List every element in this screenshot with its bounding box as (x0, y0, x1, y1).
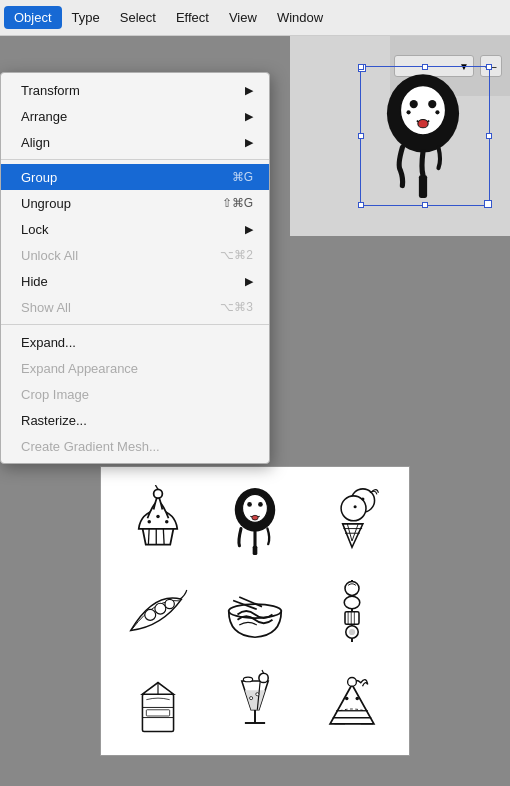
svg-rect-1 (419, 175, 427, 198)
menu-item-show-all-shortcut: ⌥⌘3 (220, 300, 253, 314)
handle-tm[interactable] (422, 64, 428, 70)
menu-item-arrange[interactable]: Arrange ▶ (1, 103, 269, 129)
food-cell-cake-slice (306, 658, 399, 745)
menu-item-expand-appearance-label: Expand Appearance (21, 361, 253, 376)
menu-item-group[interactable]: Group ⌘G (1, 164, 269, 190)
svg-point-62 (356, 696, 360, 700)
food-cell-skewer (306, 568, 399, 655)
menu-item-lock-label: Lock (21, 222, 237, 237)
menu-item-transform-label: Transform (21, 83, 237, 98)
icecream-face-icon (220, 485, 290, 555)
svg-point-7 (435, 110, 439, 114)
svg-point-61 (345, 696, 349, 700)
svg-rect-39 (345, 612, 359, 624)
menu-item-show-all[interactable]: Show All ⌥⌘3 (1, 294, 269, 320)
arrow-icon-transform: ▶ (245, 84, 253, 97)
food-cell-icecream-cone (306, 477, 399, 564)
menu-item-ungroup-label: Ungroup (21, 196, 202, 211)
canvas-food-grid (100, 466, 410, 756)
menu-item-hide-label: Hide (21, 274, 237, 289)
menu-bar: Object Type Select Effect View Window (0, 0, 510, 36)
pea-pod-icon (123, 576, 193, 646)
food-cell-milk-carton (111, 658, 204, 745)
milk-carton-icon (123, 667, 193, 737)
svg-point-15 (156, 515, 160, 519)
cocktail-icon (220, 667, 290, 737)
menu-bar-item-window[interactable]: Window (267, 6, 333, 29)
svg-point-57 (256, 692, 259, 695)
svg-point-32 (165, 599, 174, 608)
food-cell-noodle-bowl (208, 568, 301, 655)
menu-item-crop-image[interactable]: Crop Image (1, 381, 269, 407)
food-cell-pea-pod (111, 568, 204, 655)
handle-br[interactable] (486, 202, 492, 208)
menu-item-expand[interactable]: Expand... (1, 329, 269, 355)
svg-point-19 (247, 502, 252, 507)
svg-point-31 (155, 603, 166, 614)
icecream-cone-icon (317, 485, 387, 555)
svg-rect-17 (253, 546, 258, 555)
svg-point-38 (345, 596, 361, 608)
handle-mr[interactable] (486, 133, 492, 139)
handle-bm[interactable] (422, 202, 428, 208)
arrow-icon-lock: ▶ (245, 223, 253, 236)
cupcake-icon (123, 485, 193, 555)
menu-bar-item-view[interactable]: View (219, 6, 267, 29)
skewer-icon (317, 576, 387, 646)
svg-point-28 (354, 506, 357, 509)
svg-point-21 (252, 516, 258, 521)
menu-item-expand-appearance[interactable]: Expand Appearance (1, 355, 269, 381)
menu-item-ungroup[interactable]: Ungroup ⇧⌘G (1, 190, 269, 216)
menu-bar-item-select[interactable]: Select (110, 6, 166, 29)
menu-item-rasterize[interactable]: Rasterize... (1, 407, 269, 433)
menu-item-align[interactable]: Align ▶ (1, 129, 269, 155)
svg-point-11 (153, 490, 162, 499)
menu-item-ungroup-shortcut: ⇧⌘G (222, 196, 253, 210)
handle-bl[interactable] (358, 202, 364, 208)
svg-point-13 (147, 520, 151, 524)
menu-item-unlock-all-label: Unlock All (21, 248, 200, 263)
svg-point-5 (418, 120, 428, 128)
menu-bar-item-effect[interactable]: Effect (166, 6, 219, 29)
menu-item-align-label: Align (21, 135, 237, 150)
separator-1 (1, 159, 269, 160)
food-cell-cupcake (111, 477, 204, 564)
svg-point-29 (362, 498, 365, 501)
menu-item-show-all-label: Show All (21, 300, 200, 315)
svg-point-14 (165, 520, 169, 524)
menu-item-expand-label: Expand... (21, 335, 253, 350)
menu-item-crop-image-label: Crop Image (21, 387, 253, 402)
svg-point-6 (407, 110, 411, 114)
menu-item-create-gradient-mesh[interactable]: Create Gradient Mesh... (1, 433, 269, 459)
svg-point-44 (349, 629, 355, 635)
menu-item-unlock-all-shortcut: ⌥⌘2 (220, 248, 253, 262)
svg-point-56 (250, 696, 253, 699)
noodle-bowl-icon (220, 576, 290, 646)
menu-item-create-gradient-mesh-label: Create Gradient Mesh... (21, 439, 253, 454)
menu-item-hide[interactable]: Hide ▶ (1, 268, 269, 294)
svg-point-53 (259, 673, 268, 682)
selected-object-box (360, 66, 490, 206)
menu-item-lock[interactable]: Lock ▶ (1, 216, 269, 242)
dropdown-menu: Transform ▶ Arrange ▶ Align ▶ Group ⌘G U… (0, 72, 270, 464)
svg-point-33 (229, 604, 282, 618)
handle-ml[interactable] (358, 133, 364, 139)
svg-point-60 (348, 677, 357, 686)
cake-slice-icon (317, 667, 387, 737)
menu-item-rasterize-label: Rasterize... (21, 413, 253, 428)
menu-bar-item-object[interactable]: Object (4, 6, 62, 29)
arrow-icon-align: ▶ (245, 136, 253, 149)
menu-bar-item-type[interactable]: Type (62, 6, 110, 29)
svg-point-4 (428, 100, 436, 108)
menu-item-group-shortcut: ⌘G (232, 170, 253, 184)
arrow-icon-arrange: ▶ (245, 110, 253, 123)
canvas-top-right: ▼ — (290, 36, 510, 236)
svg-point-30 (144, 609, 155, 620)
svg-point-3 (410, 100, 418, 108)
arrow-icon-hide: ▶ (245, 275, 253, 288)
handle-tr[interactable] (486, 64, 492, 70)
handle-tl[interactable] (358, 64, 364, 70)
menu-item-transform[interactable]: Transform ▶ (1, 77, 269, 103)
menu-item-unlock-all[interactable]: Unlock All ⌥⌘2 (1, 242, 269, 268)
canvas-area: ▼ — (0, 36, 510, 786)
